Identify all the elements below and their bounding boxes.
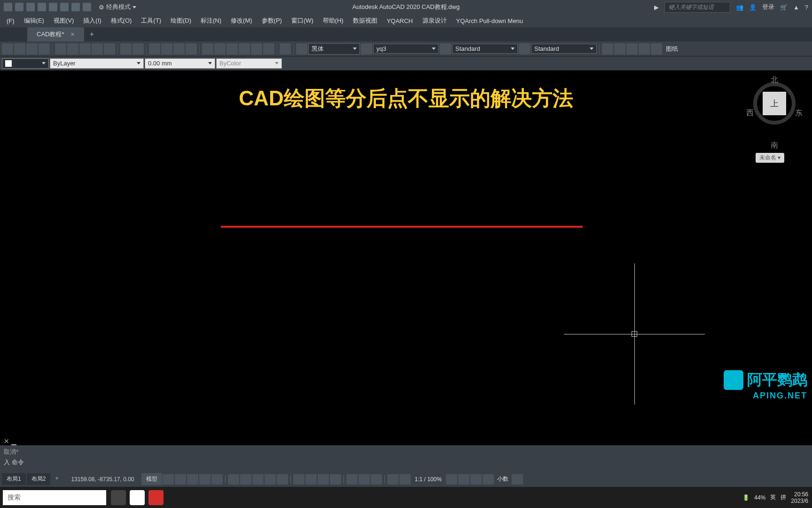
battery-icon[interactable]: 🔋 [742, 494, 750, 501]
markup-button[interactable] [251, 43, 262, 55]
layout-tab-1[interactable]: 布局1 [2, 473, 26, 485]
ime-mode[interactable]: 拼 [781, 493, 786, 501]
selection-filter[interactable] [318, 474, 329, 484]
menu-tools[interactable]: 工具(T) [136, 16, 166, 25]
ortho-toggle[interactable] [187, 474, 198, 484]
redo-icon[interactable] [83, 3, 91, 11]
table-style-button[interactable] [440, 43, 451, 55]
save-button[interactable] [26, 43, 38, 55]
menu-dimension[interactable]: 标注(N) [196, 16, 226, 25]
text-style-dropdown[interactable]: yq3 [373, 44, 439, 54]
freeze-button[interactable] [626, 43, 638, 55]
font-dropdown[interactable]: 黑体 [308, 43, 360, 55]
units-toggle[interactable] [446, 474, 457, 484]
document-tab[interactable]: CAD教程* × [27, 27, 84, 41]
menu-file[interactable]: (F) [2, 17, 19, 24]
menu-parametric[interactable]: 参数(P) [257, 16, 287, 25]
menu-yqarch[interactable]: YQARCH [382, 17, 418, 24]
autodesk-icon[interactable]: ▲ [793, 4, 799, 11]
tool-palettes-button[interactable] [226, 43, 238, 55]
os-search[interactable]: 搜索 [3, 490, 106, 505]
cut-button[interactable] [55, 43, 66, 55]
viewcube-south[interactable]: 南 [771, 141, 778, 151]
quick-properties[interactable] [387, 474, 398, 484]
close-icon[interactable]: × [71, 31, 75, 38]
dim-style-button[interactable] [361, 43, 372, 55]
ime-lang[interactable]: 英 [770, 493, 776, 501]
isolate-objects[interactable] [470, 474, 482, 484]
viewcube-top-face[interactable]: 上 [763, 92, 786, 115]
text-style-button[interactable] [296, 43, 307, 55]
clean-screen[interactable] [483, 474, 494, 484]
annotation-visibility[interactable] [359, 474, 370, 484]
taskbar-app-chrome[interactable] [130, 490, 145, 505]
menu-yuanquan[interactable]: 源泉设计 [418, 16, 452, 25]
polar-toggle[interactable] [199, 474, 211, 484]
transparency-toggle[interactable] [277, 474, 288, 484]
sheet-set-button[interactable] [239, 43, 250, 55]
help-icon[interactable]: ? [805, 4, 808, 11]
hardware-accel[interactable] [458, 474, 469, 484]
copy-button[interactable] [67, 43, 78, 55]
model-tab[interactable]: 模型 [141, 473, 162, 485]
customize-button[interactable] [512, 474, 523, 484]
block-button[interactable] [104, 43, 115, 55]
quickcalc-button[interactable] [263, 43, 274, 55]
menu-window[interactable]: 窗口(W) [287, 16, 318, 25]
snap-toggle[interactable] [175, 474, 186, 484]
menu-modify[interactable]: 修改(M) [226, 16, 257, 25]
menu-dataview[interactable]: 数据视图 [348, 16, 382, 25]
paste-button[interactable] [79, 43, 91, 55]
taskbar-app-autocad[interactable] [148, 490, 164, 505]
open-icon[interactable] [26, 3, 35, 11]
autoscale-toggle[interactable] [371, 474, 382, 484]
viewcube[interactable]: 北 南 西 东 上 未命名 ▾ [746, 75, 803, 151]
redo-button[interactable] [133, 43, 144, 55]
save-icon[interactable] [38, 3, 46, 11]
lock-button[interactable] [639, 43, 650, 55]
dynamic-ucs[interactable] [305, 474, 317, 484]
menu-help[interactable]: 帮助(H) [318, 16, 348, 25]
3dosnap-toggle[interactable] [240, 474, 251, 484]
plot-button[interactable] [39, 43, 50, 55]
workspace-switcher[interactable]: ⚙ 经典模式 [95, 3, 140, 11]
drawn-line[interactable] [221, 226, 583, 228]
command-line[interactable]: ✕ ▁ 取消* 入 命令 [0, 445, 812, 471]
viewcube-ucs-label[interactable]: 未命名 ▾ [756, 153, 784, 163]
login-label[interactable]: 登录 [762, 3, 774, 11]
units-label[interactable]: 小数 [494, 475, 511, 483]
collab-icon[interactable]: 👥 [736, 4, 743, 11]
play-icon[interactable]: ▶ [654, 4, 659, 11]
grid-toggle[interactable] [163, 474, 174, 484]
open-button[interactable] [14, 43, 25, 55]
menu-insert[interactable]: 插入(I) [78, 16, 106, 25]
app-icon[interactable] [4, 3, 12, 11]
plot-icon[interactable] [60, 3, 69, 11]
table-style-dropdown[interactable]: Standard [531, 44, 597, 54]
mleader-style-button[interactable] [519, 43, 530, 55]
color-dropdown[interactable] [2, 58, 49, 69]
plotstyle-dropdown[interactable]: ByColor [216, 58, 282, 69]
saveas-icon[interactable] [49, 3, 57, 11]
close-icon[interactable]: ✕ ▁ [4, 437, 16, 445]
new-tab-button[interactable]: + [84, 27, 100, 41]
menu-view[interactable]: 视图(V) [49, 16, 78, 25]
lineweight-dropdown[interactable]: 0.00 mm [145, 58, 215, 69]
osnap-toggle[interactable] [228, 474, 239, 484]
workspace-toggle[interactable] [399, 474, 411, 484]
search-input[interactable]: 键入关键字或短语 [664, 2, 730, 13]
zoom-extents-button[interactable] [186, 43, 197, 55]
menu-draw[interactable]: 绘图(D) [166, 16, 196, 25]
user-icon[interactable]: 👤 [749, 4, 757, 11]
match-button[interactable] [92, 43, 103, 55]
layout-tab-2[interactable]: 布局2 [27, 473, 51, 485]
zoom-button[interactable] [161, 43, 172, 55]
isodraft-toggle[interactable] [211, 474, 223, 484]
help-button[interactable] [280, 43, 291, 55]
clock-time[interactable]: 20:56 [791, 491, 808, 498]
dim-style-dropdown[interactable]: Standard [452, 44, 518, 54]
viewcube-north[interactable]: 北 [771, 75, 778, 85]
menu-edit[interactable]: 编辑(E) [19, 16, 49, 25]
add-layout-button[interactable]: + [51, 473, 62, 485]
new-icon[interactable] [15, 3, 23, 11]
